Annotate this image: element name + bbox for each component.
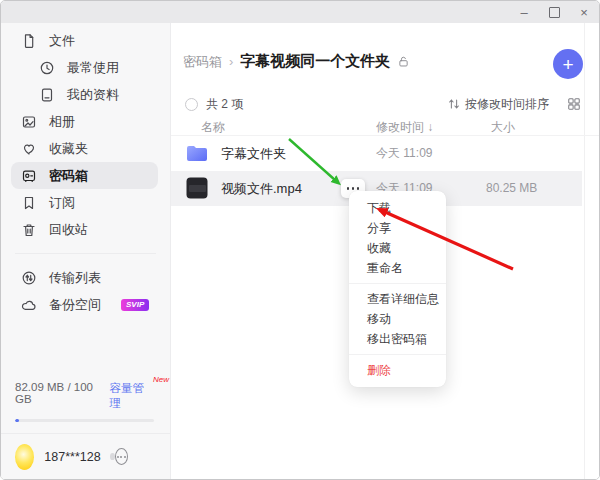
table-row-folder[interactable]: 字幕文件夹 今天 11:09 — [171, 136, 582, 171]
breadcrumb-parent[interactable]: 密码箱 — [183, 53, 222, 71]
lock-open-icon — [397, 55, 410, 68]
minimize-icon: – — [520, 6, 527, 19]
safe-box-icon — [21, 168, 37, 184]
file-icon — [21, 33, 37, 49]
sidebar-item-label: 传输列表 — [49, 269, 101, 287]
context-menu: 下载 分享 收藏 重命名 查看详细信息 移动 移出密码箱 删除 — [349, 191, 446, 387]
select-all-checkbox[interactable] — [185, 98, 198, 111]
sidebar-item-label: 文件 — [49, 32, 75, 50]
file-name[interactable]: 视频文件.mp4 — [221, 171, 302, 206]
column-header-modified[interactable]: 修改时间 ↓ — [376, 119, 433, 136]
breadcrumb: 密码箱 › 字幕视频同一个文件夹 — [183, 52, 410, 71]
heart-icon — [21, 141, 37, 157]
menu-item-view-details[interactable]: 查看详细信息 — [349, 289, 446, 309]
sidebar-item-label: 密码箱 — [49, 167, 88, 185]
column-header-name[interactable]: 名称 — [201, 119, 225, 136]
sidebar-item-backup-space[interactable]: 备份空间 SVIP — [11, 291, 158, 318]
svip-badge: SVIP — [121, 299, 149, 311]
file-modified: 今天 11:09 — [376, 136, 432, 171]
user-more-button[interactable] — [115, 448, 128, 465]
column-header-size[interactable]: 大小 — [491, 119, 515, 136]
grid-view-icon[interactable] — [567, 97, 581, 111]
maximize-button[interactable] — [539, 1, 569, 23]
sidebar-item-label: 备份空间 — [49, 296, 101, 314]
menu-item-download[interactable]: 下载 — [349, 198, 446, 218]
document-icon — [39, 87, 55, 103]
user-bar: 187***128 — [1, 433, 170, 479]
sidebar-item-label: 订阅 — [49, 194, 75, 212]
sidebar-item-favorites[interactable]: 收藏夹 — [11, 135, 158, 162]
sidebar-item-label: 收藏夹 — [49, 140, 88, 158]
sidebar-item-label: 回收站 — [49, 221, 88, 239]
username: 187***128 — [44, 450, 100, 464]
avatar[interactable] — [15, 444, 34, 470]
menu-item-rename[interactable]: 重命名 — [349, 258, 446, 278]
sidebar-item-label: 最常使用 — [67, 59, 119, 77]
storage-progress-track — [15, 419, 154, 422]
minimize-button[interactable]: – — [509, 1, 539, 23]
sidebar-item-transfer-list[interactable]: 传输列表 — [11, 264, 158, 291]
new-badge: New — [153, 375, 169, 384]
title-bar: – × — [1, 1, 599, 24]
sidebar-item-files[interactable]: 文件 — [11, 27, 158, 54]
sidebar-item-label: 我的资料 — [67, 86, 119, 104]
item-count: 共 2 项 — [206, 96, 243, 113]
video-file-icon — [185, 176, 209, 200]
app-window: – × 文件 最常使用 我的资料 相册 收藏夹 — [0, 0, 600, 480]
menu-divider — [349, 283, 446, 284]
file-size: 80.25 MB — [486, 171, 537, 206]
close-icon: × — [580, 6, 588, 19]
sort-down-icon: ↓ — [427, 120, 433, 134]
scrollbar-gutter — [584, 23, 585, 479]
menu-divider — [349, 354, 446, 355]
sidebar-item-safe-box[interactable]: 密码箱 — [11, 162, 158, 189]
transfer-icon — [21, 270, 37, 286]
bookmark-icon — [21, 195, 37, 211]
photo-icon — [21, 114, 37, 130]
clock-icon — [39, 60, 55, 76]
sidebar-nav: 文件 最常使用 我的资料 相册 收藏夹 密码箱 — [1, 23, 170, 318]
storage-progress-fill — [15, 419, 19, 422]
list-toolbar: 共 2 项 按修改时间排序 — [185, 95, 581, 113]
sort-order-button[interactable]: 按修改时间排序 — [465, 96, 549, 113]
add-button[interactable]: + — [553, 49, 583, 79]
folder-icon — [185, 141, 209, 165]
menu-item-favorite[interactable]: 收藏 — [349, 238, 446, 258]
sidebar-item-recycle-bin[interactable]: 回收站 — [11, 216, 158, 243]
sidebar-item-albums[interactable]: 相册 — [11, 108, 158, 135]
sidebar-divider — [15, 253, 156, 254]
menu-item-delete[interactable]: 删除 — [349, 360, 446, 380]
breadcrumb-separator: › — [229, 54, 233, 69]
menu-item-move[interactable]: 移动 — [349, 309, 446, 329]
column-headers: 名称 修改时间 ↓ 大小 — [171, 119, 599, 135]
sidebar-item-subscriptions[interactable]: 订阅 — [11, 189, 158, 216]
menu-item-share[interactable]: 分享 — [349, 218, 446, 238]
sidebar: 文件 最常使用 我的资料 相册 收藏夹 密码箱 — [1, 23, 171, 479]
trash-icon — [21, 222, 37, 238]
maximize-icon — [549, 7, 560, 18]
cloud-icon — [21, 297, 37, 313]
sidebar-item-my-docs[interactable]: 我的资料 — [11, 81, 158, 108]
menu-item-move-out-safe-box[interactable]: 移出密码箱 — [349, 329, 446, 349]
page-title: 字幕视频同一个文件夹 — [240, 52, 390, 71]
sidebar-item-label: 相册 — [49, 113, 75, 131]
sidebar-item-recent[interactable]: 最常使用 — [11, 54, 158, 81]
sort-arrows-icon — [447, 97, 461, 111]
storage-usage: 82.09 MB / 100 GB — [15, 381, 110, 405]
plus-icon: + — [562, 55, 573, 74]
file-name[interactable]: 字幕文件夹 — [221, 136, 286, 171]
close-button[interactable]: × — [569, 1, 599, 23]
manage-capacity-link[interactable]: 容量管理 New — [110, 381, 154, 411]
